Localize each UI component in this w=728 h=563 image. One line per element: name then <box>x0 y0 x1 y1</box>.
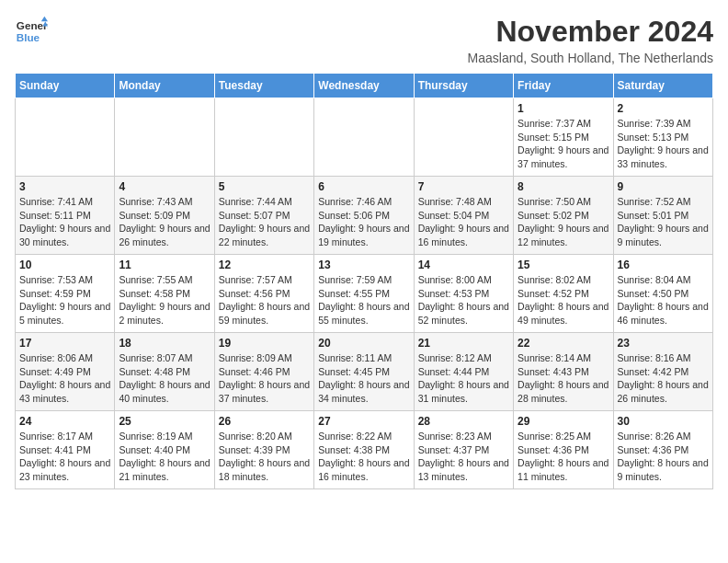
calendar-cell: 1Sunrise: 7:37 AMSunset: 5:15 PMDaylight… <box>514 98 613 177</box>
calendar-cell: 27Sunrise: 8:22 AMSunset: 4:38 PMDayligh… <box>314 411 414 489</box>
day-number: 19 <box>219 337 310 350</box>
calendar-cell: 6Sunrise: 7:46 AMSunset: 5:06 PMDaylight… <box>314 177 414 255</box>
day-info: Sunrise: 7:50 AMSunset: 5:02 PMDaylight:… <box>518 195 609 249</box>
calendar-cell: 26Sunrise: 8:20 AMSunset: 4:39 PMDayligh… <box>214 411 313 489</box>
day-number: 26 <box>219 415 310 428</box>
calendar-cell: 14Sunrise: 8:00 AMSunset: 4:53 PMDayligh… <box>414 255 513 333</box>
location-subtitle: Maasland, South Holland, The Netherlands <box>468 51 713 65</box>
day-number: 7 <box>418 180 509 193</box>
calendar-cell: 20Sunrise: 8:11 AMSunset: 4:45 PMDayligh… <box>314 333 414 411</box>
calendar-cell: 29Sunrise: 8:25 AMSunset: 4:36 PMDayligh… <box>514 411 613 489</box>
day-number: 20 <box>318 337 409 350</box>
day-info: Sunrise: 7:53 AMSunset: 4:59 PMDaylight:… <box>19 273 110 327</box>
svg-text:Blue: Blue <box>17 31 40 43</box>
calendar-cell: 16Sunrise: 8:04 AMSunset: 4:50 PMDayligh… <box>613 255 712 333</box>
calendar-cell <box>214 98 313 177</box>
month-title: November 2024 <box>468 15 713 49</box>
day-info: Sunrise: 8:12 AMSunset: 4:44 PMDaylight:… <box>418 351 509 406</box>
calendar-cell: 4Sunrise: 7:43 AMSunset: 5:09 PMDaylight… <box>115 177 214 255</box>
day-info: Sunrise: 7:37 AMSunset: 5:15 PMDaylight:… <box>518 117 609 171</box>
day-info: Sunrise: 7:57 AMSunset: 4:56 PMDaylight:… <box>219 273 310 327</box>
day-info: Sunrise: 8:07 AMSunset: 4:48 PMDaylight:… <box>119 351 210 406</box>
calendar-cell <box>414 98 513 177</box>
calendar-week-row: 17Sunrise: 8:06 AMSunset: 4:49 PMDayligh… <box>16 333 713 411</box>
calendar-week-row: 3Sunrise: 7:41 AMSunset: 5:11 PMDaylight… <box>16 177 713 255</box>
day-number: 9 <box>618 180 709 193</box>
day-info: Sunrise: 7:52 AMSunset: 5:01 PMDaylight:… <box>618 195 709 249</box>
calendar-cell: 24Sunrise: 8:17 AMSunset: 4:41 PMDayligh… <box>16 411 115 489</box>
day-info: Sunrise: 7:59 AMSunset: 4:55 PMDaylight:… <box>318 273 409 327</box>
calendar-cell: 28Sunrise: 8:23 AMSunset: 4:37 PMDayligh… <box>414 411 513 489</box>
day-number: 22 <box>518 337 609 350</box>
calendar-cell: 8Sunrise: 7:50 AMSunset: 5:02 PMDaylight… <box>514 177 613 255</box>
calendar-week-row: 24Sunrise: 8:17 AMSunset: 4:41 PMDayligh… <box>16 411 713 489</box>
calendar-cell <box>115 98 214 177</box>
day-number: 15 <box>518 259 609 271</box>
day-info: Sunrise: 8:19 AMSunset: 4:40 PMDaylight:… <box>119 430 210 484</box>
day-info: Sunrise: 8:26 AMSunset: 4:36 PMDaylight:… <box>618 430 709 484</box>
header: General Blue November 2024 Maasland, Sou… <box>15 15 713 65</box>
day-number: 12 <box>219 259 310 271</box>
day-number: 1 <box>518 102 609 115</box>
calendar-cell: 15Sunrise: 8:02 AMSunset: 4:52 PMDayligh… <box>514 255 613 333</box>
day-info: Sunrise: 8:16 AMSunset: 4:42 PMDaylight:… <box>618 351 709 406</box>
calendar-cell: 21Sunrise: 8:12 AMSunset: 4:44 PMDayligh… <box>414 333 513 411</box>
day-info: Sunrise: 8:17 AMSunset: 4:41 PMDaylight:… <box>19 430 110 484</box>
calendar-cell: 12Sunrise: 7:57 AMSunset: 4:56 PMDayligh… <box>214 255 313 333</box>
calendar-cell: 9Sunrise: 7:52 AMSunset: 5:01 PMDaylight… <box>613 177 712 255</box>
day-number: 18 <box>119 337 210 350</box>
title-block: November 2024 Maasland, South Holland, T… <box>468 15 713 65</box>
day-number: 24 <box>19 415 110 428</box>
day-number: 21 <box>418 337 509 350</box>
weekday-header: Monday <box>115 74 214 98</box>
day-info: Sunrise: 8:00 AMSunset: 4:53 PMDaylight:… <box>418 273 509 327</box>
day-info: Sunrise: 7:43 AMSunset: 5:09 PMDaylight:… <box>119 195 210 249</box>
calendar-cell: 19Sunrise: 8:09 AMSunset: 4:46 PMDayligh… <box>214 333 313 411</box>
calendar-cell: 30Sunrise: 8:26 AMSunset: 4:36 PMDayligh… <box>613 411 712 489</box>
day-info: Sunrise: 8:23 AMSunset: 4:37 PMDaylight:… <box>418 430 509 484</box>
day-info: Sunrise: 7:44 AMSunset: 5:07 PMDaylight:… <box>219 195 310 249</box>
day-number: 29 <box>518 415 609 428</box>
logo: General Blue <box>15 15 48 48</box>
day-info: Sunrise: 8:06 AMSunset: 4:49 PMDaylight:… <box>19 351 110 406</box>
calendar-header-row: SundayMondayTuesdayWednesdayThursdayFrid… <box>16 74 713 98</box>
logo-icon: General Blue <box>15 15 48 48</box>
day-number: 25 <box>119 415 210 428</box>
calendar-cell: 13Sunrise: 7:59 AMSunset: 4:55 PMDayligh… <box>314 255 414 333</box>
day-number: 14 <box>418 259 509 271</box>
calendar-cell: 5Sunrise: 7:44 AMSunset: 5:07 PMDaylight… <box>214 177 313 255</box>
day-info: Sunrise: 7:46 AMSunset: 5:06 PMDaylight:… <box>318 195 409 249</box>
day-number: 2 <box>618 102 709 115</box>
weekday-header: Saturday <box>613 74 712 98</box>
day-number: 30 <box>618 415 709 428</box>
calendar-table: SundayMondayTuesdayWednesdayThursdayFrid… <box>15 73 713 489</box>
day-number: 13 <box>318 259 409 271</box>
day-number: 28 <box>418 415 509 428</box>
calendar-cell: 7Sunrise: 7:48 AMSunset: 5:04 PMDaylight… <box>414 177 513 255</box>
calendar-cell <box>314 98 414 177</box>
day-info: Sunrise: 8:09 AMSunset: 4:46 PMDaylight:… <box>219 351 310 406</box>
weekday-header: Tuesday <box>214 74 313 98</box>
day-info: Sunrise: 8:04 AMSunset: 4:50 PMDaylight:… <box>618 273 709 327</box>
day-info: Sunrise: 8:02 AMSunset: 4:52 PMDaylight:… <box>518 273 609 327</box>
day-info: Sunrise: 8:25 AMSunset: 4:36 PMDaylight:… <box>518 430 609 484</box>
day-info: Sunrise: 8:22 AMSunset: 4:38 PMDaylight:… <box>318 430 409 484</box>
calendar-cell: 10Sunrise: 7:53 AMSunset: 4:59 PMDayligh… <box>16 255 115 333</box>
calendar-cell: 23Sunrise: 8:16 AMSunset: 4:42 PMDayligh… <box>613 333 712 411</box>
weekday-header: Thursday <box>414 74 513 98</box>
calendar-cell: 11Sunrise: 7:55 AMSunset: 4:58 PMDayligh… <box>115 255 214 333</box>
weekday-header: Wednesday <box>314 74 414 98</box>
day-number: 17 <box>19 337 110 350</box>
day-number: 8 <box>518 180 609 193</box>
day-number: 4 <box>119 180 210 193</box>
calendar-cell: 18Sunrise: 8:07 AMSunset: 4:48 PMDayligh… <box>115 333 214 411</box>
calendar-cell: 2Sunrise: 7:39 AMSunset: 5:13 PMDaylight… <box>613 98 712 177</box>
calendar-cell: 25Sunrise: 8:19 AMSunset: 4:40 PMDayligh… <box>115 411 214 489</box>
day-number: 11 <box>119 259 210 271</box>
calendar-week-row: 10Sunrise: 7:53 AMSunset: 4:59 PMDayligh… <box>16 255 713 333</box>
day-number: 16 <box>618 259 709 271</box>
weekday-header: Sunday <box>16 74 115 98</box>
day-number: 10 <box>19 259 110 271</box>
day-number: 27 <box>318 415 409 428</box>
day-number: 6 <box>318 180 409 193</box>
